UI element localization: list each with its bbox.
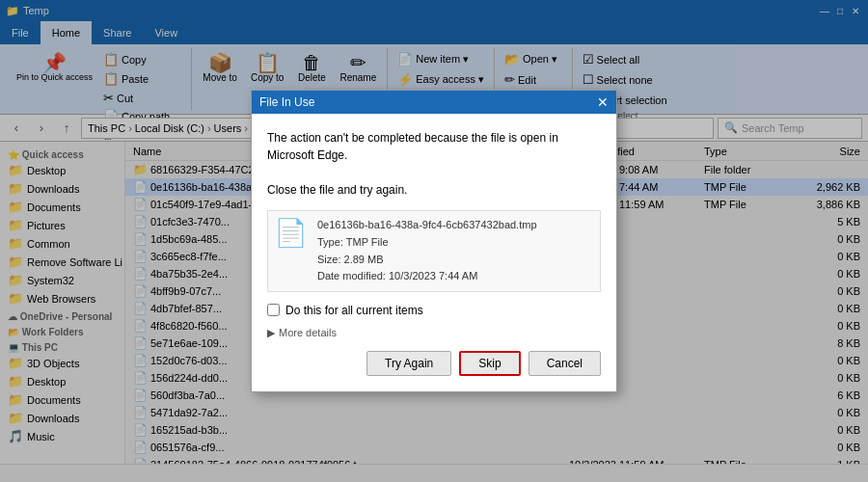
- checkbox-label: Do this for all current items: [285, 304, 423, 317]
- chevron-right-icon: ▶: [267, 327, 275, 339]
- dialog-file-info: 📄 0e16136b-ba16-438a-9fc4-6cb637432bad.t…: [267, 210, 601, 291]
- dialog-close-button[interactable]: ✕: [597, 94, 609, 110]
- dialog-titlebar: File In Use ✕: [252, 91, 616, 114]
- dialog-message: The action can't be completed because th…: [267, 129, 601, 199]
- dialog-file-details: 0e16136b-ba16-438a-9fc4-6cb637432bad.tmp…: [317, 217, 537, 284]
- dialog-file-icon: 📄: [274, 217, 308, 249]
- dialog-file-size: Size: 2.89 MB: [317, 252, 537, 269]
- dialog-buttons: Try Again Skip Cancel: [267, 351, 601, 376]
- dialog-file-date: Date modified: 10/3/2023 7:44 AM: [317, 268, 537, 285]
- file-in-use-dialog: File In Use ✕ The action can't be comple…: [251, 90, 617, 391]
- skip-button[interactable]: Skip: [459, 351, 520, 376]
- dialog-overlay: File In Use ✕ The action can't be comple…: [0, 0, 868, 482]
- more-details-toggle[interactable]: ▶ More details: [267, 327, 601, 339]
- cancel-button[interactable]: Cancel: [529, 351, 601, 376]
- dialog-file-type: Type: TMP File: [317, 234, 537, 252]
- do-this-for-all-checkbox[interactable]: [267, 304, 280, 316]
- try-again-button[interactable]: Try Again: [366, 351, 451, 376]
- dialog-title: File In Use: [259, 95, 314, 109]
- dialog-checkbox-row: Do this for all current items: [267, 304, 601, 317]
- dialog-file-name: 0e16136b-ba16-438a-9fc4-6cb637432bad.tmp: [317, 217, 537, 234]
- dialog-body: The action can't be completed because th…: [252, 114, 616, 390]
